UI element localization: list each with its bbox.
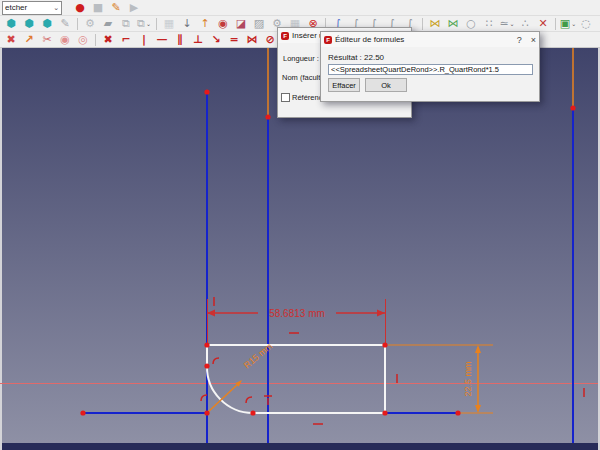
macro-play-button[interactable]: ▶	[125, 1, 143, 15]
constrain-tangent-icon: ↘	[211, 34, 220, 46]
point-array-icon[interactable]: ∴	[516, 17, 534, 31]
constrain-coincident-icon: ✖	[103, 34, 112, 46]
toolbar-separator	[156, 18, 157, 30]
sketch-point[interactable]	[204, 363, 209, 368]
sketch-point[interactable]	[80, 410, 85, 415]
link-replace-icon[interactable]: ⧉⌄	[135, 17, 153, 31]
clear-button[interactable]: Effacer	[328, 78, 360, 92]
height-dimension-value[interactable]: 22.5 mm	[463, 361, 473, 396]
dropdown-arrow-icon[interactable]: ⌄	[571, 20, 576, 27]
macro-stop-button[interactable]: ■	[89, 1, 107, 15]
create-sketch-icon: ▦	[164, 18, 174, 30]
constrain-symmetric-icon: ⋈	[247, 34, 258, 46]
constrain-equal-icon[interactable]: =	[225, 33, 243, 47]
view-axonometric-icon: ⬢	[6, 18, 16, 30]
reference-checkbox[interactable]	[281, 93, 290, 102]
create-sketch-icon[interactable]: ▦	[160, 17, 178, 31]
constrain-parallel-icon[interactable]: ∥	[171, 33, 189, 47]
macro-edit-button[interactable]: ✎	[107, 1, 125, 15]
map-sketch-icon[interactable]: ↓	[178, 17, 196, 31]
macro-record-button[interactable]: ●	[71, 1, 89, 15]
internal-geometry-icon: ◌	[581, 18, 591, 30]
refresh-icon[interactable]: ⚙	[81, 17, 99, 31]
dropdown-arrow-icon[interactable]: ⌄	[146, 20, 151, 27]
toggle-construction-icon[interactable]: ▣⌄	[559, 17, 577, 31]
constrain-vertical-icon[interactable]: |	[135, 33, 153, 47]
constrain-perpendicular-icon[interactable]: ⊥	[189, 33, 207, 47]
internal-geometry-icon[interactable]: ◌	[577, 17, 595, 31]
validate-sketch-icon[interactable]: ◉	[214, 17, 232, 31]
constrain-symmetric-icon[interactable]: ⋈	[243, 33, 261, 47]
sketch-point[interactable]	[265, 114, 270, 119]
leave-sketch-icon[interactable]: ↑	[196, 17, 214, 31]
width-dimension-value[interactable]: 58.6813 mm	[269, 308, 325, 319]
fillet-tool-icon: ◉	[60, 34, 70, 46]
formula-editor-titlebar[interactable]: F Éditeur de formules ? ×	[321, 32, 539, 47]
symmetry-tool-icon[interactable]: ⋈	[426, 17, 444, 31]
window-left-edge	[0, 47, 2, 450]
close-icon[interactable]: ×	[531, 35, 536, 45]
fillet-tool-icon[interactable]: ◉	[56, 33, 74, 47]
sketch-point[interactable]	[204, 342, 209, 347]
formula-input[interactable]	[328, 64, 533, 75]
constrain-point-on-object-icon: ⌐	[121, 34, 130, 46]
external-geometry-icon[interactable]: ◎	[74, 33, 92, 47]
view-trimetric-icon: ⬢	[42, 18, 52, 30]
formula-editor-title: Éditeur de formules	[335, 35, 404, 44]
freecad-window: 58.6813 mm R15 mm 22.5 mm	[0, 0, 600, 450]
clone-tool-icon[interactable]: ⋈	[444, 17, 462, 31]
remove-alignment-icon[interactable]: ✕	[534, 17, 552, 31]
help-button[interactable]: ?	[517, 35, 522, 45]
leave-sketch-icon: ↑	[200, 18, 209, 30]
rectangular-array-icon[interactable]: ∷	[480, 17, 498, 31]
internal-alignment-icon[interactable]: ✳	[595, 17, 600, 31]
split-edge-icon[interactable]: ✂	[38, 33, 56, 47]
link-make-icon: ⧉	[122, 18, 130, 30]
open-folder-icon[interactable]: ▰	[99, 17, 117, 31]
ok-button[interactable]: Ok	[365, 78, 407, 92]
sketch-point[interactable]	[570, 105, 575, 110]
constrain-point-on-object-icon[interactable]: ⌐	[117, 33, 135, 47]
rectangular-array-icon: ∷	[486, 18, 493, 30]
sketch-point[interactable]	[250, 410, 255, 415]
validate-sketch-icon: ◉	[218, 18, 228, 30]
freecad-icon: F	[324, 36, 332, 44]
constrain-coincident-icon[interactable]: ✖	[99, 33, 117, 47]
constrain-parallel-icon: ∥	[177, 34, 183, 46]
transform-tool-icon[interactable]: ≃⌄	[498, 17, 516, 31]
link-make-icon[interactable]: ⧉	[117, 17, 135, 31]
open-folder-icon: ▰	[104, 18, 112, 30]
ellipse-tool-icon[interactable]: ○	[462, 17, 480, 31]
dropdown-arrow-icon[interactable]: ⌄	[510, 20, 515, 27]
sketch-point[interactable]	[455, 410, 460, 415]
measure-distance-icon[interactable]: ✎	[56, 17, 74, 31]
merge-sketches-icon[interactable]: ◪	[232, 17, 250, 31]
refresh-icon: ⚙	[85, 18, 95, 30]
view-trimetric-icon[interactable]: ⬢	[38, 17, 56, 31]
constrain-equal-icon: =	[229, 34, 238, 46]
mirror-sketch-icon[interactable]: ▨	[250, 17, 268, 31]
sketch-point[interactable]	[382, 342, 387, 347]
constrain-block-icon: ⊘	[265, 34, 274, 46]
merge-sketches-icon: ◪	[236, 18, 246, 30]
toolbar-row-1: etcher ⌄ ●■✎▶	[0, 0, 600, 16]
sketch-point[interactable]	[204, 410, 209, 415]
workbench-selector[interactable]: etcher ⌄	[2, 1, 62, 15]
sketch-point[interactable]	[382, 410, 387, 415]
extend-edge-icon[interactable]: ↗	[20, 33, 38, 47]
split-edge-icon: ✂	[42, 34, 51, 46]
toolbar-separator	[555, 18, 556, 30]
constrain-tangent-icon[interactable]: ↘	[207, 33, 225, 47]
macro-play-button: ▶	[130, 2, 138, 14]
constrain-horizontal-icon[interactable]: —	[153, 33, 171, 47]
delete-tool-icon[interactable]: ✖	[2, 33, 20, 47]
constrain-vertical-icon: |	[142, 34, 146, 46]
sketch-point[interactable]	[204, 89, 209, 94]
macro-record-button: ●	[75, 2, 85, 14]
external-geometry-icon: ◎	[78, 34, 88, 46]
view-axonometric-icon[interactable]: ⬢	[2, 17, 20, 31]
formula-editor-dialog: F Éditeur de formules ? × Résultat : 22.…	[320, 31, 540, 102]
chevron-down-icon: ⌄	[53, 5, 59, 11]
view-dimetric-icon[interactable]: ⬢	[20, 17, 38, 31]
symmetry-tool-icon: ⋈	[430, 18, 441, 30]
